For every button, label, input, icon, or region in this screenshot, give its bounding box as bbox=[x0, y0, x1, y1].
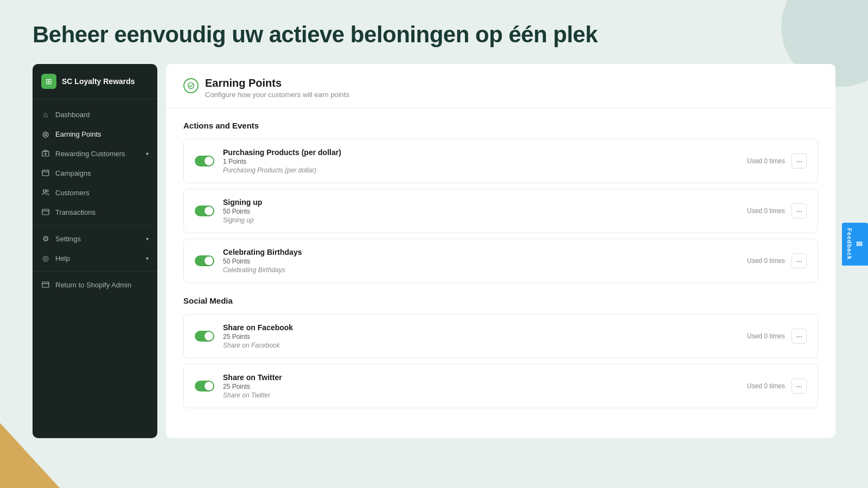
event-info-share-twitter: Share on Twitter 25 Points Share on Twit… bbox=[223, 373, 738, 399]
event-name-signing-up: Signing up bbox=[223, 198, 738, 207]
event-points-purchasing-products: 1 Points bbox=[223, 158, 738, 165]
event-used-purchasing-products: Used 0 times bbox=[747, 157, 785, 165]
sidebar-logo: ⊞ SC Loyalty Rewards bbox=[33, 64, 157, 99]
event-meta-purchasing-products: Used 0 times ··· bbox=[747, 153, 807, 169]
return-shopify-icon bbox=[41, 280, 50, 289]
toggle-purchasing-products[interactable] bbox=[195, 156, 214, 166]
event-info-signing-up: Signing up 50 Points Signing up bbox=[223, 198, 738, 224]
feedback-button[interactable]: Feedback ✉ bbox=[842, 223, 868, 266]
svg-rect-10 bbox=[42, 209, 49, 215]
event-meta-signing-up: Used 0 times ··· bbox=[747, 203, 807, 219]
sidebar-logo-icon: ⊞ bbox=[41, 74, 56, 89]
event-card-signing-up: Signing up 50 Points Signing up Used 0 t… bbox=[183, 189, 818, 233]
sidebar-label-dashboard: Dashboard bbox=[55, 111, 149, 119]
event-points-share-facebook: 25 Points bbox=[223, 333, 738, 341]
sidebar-item-settings[interactable]: ⚙ Settings ▾ bbox=[33, 229, 157, 248]
event-desc-celebrating-birthdays: Celebrating Birthdays bbox=[223, 266, 738, 274]
earning-points-header-icon bbox=[183, 78, 199, 93]
page-headline: Beheer eenvoudig uw actieve beloningen o… bbox=[33, 22, 835, 48]
event-used-share-twitter: Used 0 times bbox=[747, 382, 785, 390]
event-name-purchasing-products: Purchasing Products (per dollar) bbox=[223, 148, 738, 157]
sidebar-label-transactions: Transactions bbox=[55, 208, 149, 216]
event-meta-celebrating-birthdays: Used 0 times ··· bbox=[747, 253, 807, 268]
event-more-button-celebrating-birthdays[interactable]: ··· bbox=[792, 253, 807, 268]
sidebar-item-return-shopify[interactable]: Return to Shopify Admin bbox=[33, 275, 157, 294]
event-more-button-purchasing-products[interactable]: ··· bbox=[792, 153, 807, 169]
sidebar-label-return-shopify: Return to Shopify Admin bbox=[55, 281, 149, 289]
sidebar-item-customers[interactable]: Customers bbox=[33, 183, 157, 202]
event-desc-share-twitter: Share on Twitter bbox=[223, 391, 738, 399]
sidebar-label-earning-points: Earning Points bbox=[55, 130, 149, 138]
sidebar-nav: ⌂ Dashboard ◎ Earning Points Rewarding C… bbox=[33, 99, 157, 300]
content-header-text: Earning Points Configure how your custom… bbox=[205, 77, 349, 99]
event-name-celebrating-birthdays: Celebrating Birthdays bbox=[223, 248, 738, 256]
sidebar-label-campaigns: Campaigns bbox=[55, 169, 149, 177]
sidebar-item-rewarding-customers[interactable]: Rewarding Customers ▾ bbox=[33, 144, 157, 163]
section-social-media-title: Social Media bbox=[183, 296, 818, 305]
svg-rect-12 bbox=[42, 282, 49, 287]
settings-icon: ⚙ bbox=[41, 234, 50, 243]
customers-icon bbox=[41, 188, 50, 197]
event-meta-share-twitter: Used 0 times ··· bbox=[747, 378, 807, 394]
sidebar-item-transactions[interactable]: Transactions bbox=[33, 202, 157, 222]
sidebar-divider bbox=[33, 225, 157, 226]
page-header: Beheer eenvoudig uw actieve beloningen o… bbox=[0, 0, 868, 64]
toggle-celebrating-birthdays[interactable] bbox=[195, 255, 214, 266]
toggle-share-twitter[interactable] bbox=[195, 381, 214, 391]
event-card-purchasing-products: Purchasing Products (per dollar) 1 Point… bbox=[183, 139, 818, 183]
event-info-share-facebook: Share on Facebook 25 Points Share on Fac… bbox=[223, 323, 738, 349]
sidebar-label-settings: Settings bbox=[55, 235, 141, 243]
sidebar-label-help: Help bbox=[55, 254, 141, 262]
sidebar-label-rewarding-customers: Rewarding Customers bbox=[55, 150, 141, 158]
event-name-share-facebook: Share on Facebook bbox=[223, 323, 738, 332]
sidebar-logo-text: SC Loyalty Rewards bbox=[62, 77, 135, 86]
event-used-celebrating-birthdays: Used 0 times bbox=[747, 257, 785, 265]
event-name-share-twitter: Share on Twitter bbox=[223, 373, 738, 382]
event-used-share-facebook: Used 0 times bbox=[747, 332, 785, 340]
toggle-signing-up[interactable] bbox=[195, 206, 214, 216]
section-actions-events: Actions and Events Purchasing Products (… bbox=[183, 121, 818, 283]
event-card-share-twitter: Share on Twitter 25 Points Share on Twit… bbox=[183, 364, 818, 408]
sidebar-item-dashboard[interactable]: ⌂ Dashboard bbox=[33, 105, 157, 124]
main-layout: ⊞ SC Loyalty Rewards ⌂ Dashboard ◎ Earni… bbox=[0, 64, 868, 481]
event-desc-purchasing-products: Purchasing Products (per dollar) bbox=[223, 166, 738, 174]
sidebar-item-campaigns[interactable]: Campaigns bbox=[33, 163, 157, 183]
toggle-share-facebook[interactable] bbox=[195, 331, 214, 342]
content-header: Earning Points Configure how your custom… bbox=[166, 64, 835, 108]
event-more-button-share-twitter[interactable]: ··· bbox=[792, 378, 807, 394]
earning-points-icon: ◎ bbox=[41, 130, 50, 138]
sidebar-item-help[interactable]: ◎ Help ▾ bbox=[33, 248, 157, 268]
feedback-icon: ✉ bbox=[855, 240, 864, 249]
section-actions-events-title: Actions and Events bbox=[183, 121, 818, 130]
event-points-share-twitter: 25 Points bbox=[223, 383, 738, 390]
campaigns-icon bbox=[41, 169, 50, 177]
transactions-icon bbox=[41, 208, 50, 216]
chevron-down-icon-help: ▾ bbox=[146, 255, 149, 261]
sidebar: ⊞ SC Loyalty Rewards ⌂ Dashboard ◎ Earni… bbox=[33, 64, 157, 438]
event-info-purchasing-products: Purchasing Products (per dollar) 1 Point… bbox=[223, 148, 738, 174]
chevron-down-icon: ▾ bbox=[146, 151, 149, 157]
event-desc-share-facebook: Share on Facebook bbox=[223, 342, 738, 349]
event-meta-share-facebook: Used 0 times ··· bbox=[747, 329, 807, 344]
sidebar-item-earning-points[interactable]: ◎ Earning Points bbox=[33, 124, 157, 144]
svg-point-9 bbox=[46, 190, 48, 192]
content-title: Earning Points bbox=[205, 77, 349, 89]
event-used-signing-up: Used 0 times bbox=[747, 207, 785, 215]
event-card-share-facebook: Share on Facebook 25 Points Share on Fac… bbox=[183, 314, 818, 358]
home-icon: ⌂ bbox=[41, 110, 50, 119]
chevron-down-icon-settings: ▾ bbox=[146, 236, 149, 242]
content-body: Actions and Events Purchasing Products (… bbox=[166, 108, 835, 427]
feedback-label: Feedback bbox=[846, 228, 853, 260]
event-points-signing-up: 50 Points bbox=[223, 208, 738, 215]
sidebar-divider-2 bbox=[33, 271, 157, 272]
svg-rect-4 bbox=[42, 170, 49, 176]
content-area: Earning Points Configure how your custom… bbox=[166, 64, 835, 438]
event-more-button-share-facebook[interactable]: ··· bbox=[792, 329, 807, 344]
event-more-button-signing-up[interactable]: ··· bbox=[792, 203, 807, 219]
svg-point-8 bbox=[43, 190, 46, 192]
sidebar-label-customers: Customers bbox=[55, 189, 149, 197]
event-info-celebrating-birthdays: Celebrating Birthdays 50 Points Celebrat… bbox=[223, 248, 738, 274]
event-points-celebrating-birthdays: 50 Points bbox=[223, 258, 738, 265]
section-social-media: Social Media Share on Facebook 25 Points… bbox=[183, 296, 818, 408]
content-subtitle: Configure how your customers will earn p… bbox=[205, 91, 349, 99]
